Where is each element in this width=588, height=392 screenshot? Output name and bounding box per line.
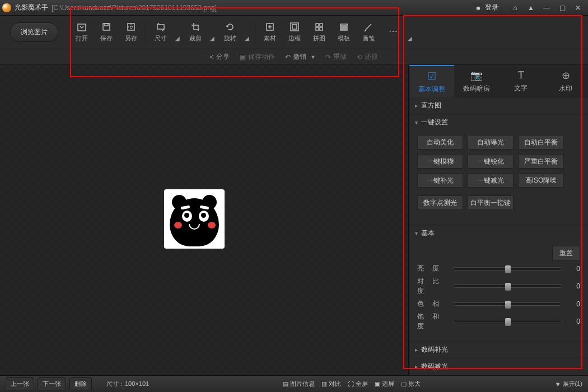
expand-button[interactable]: ▼展开(1): [555, 380, 582, 388]
oneclick-button[interactable]: 严重白平衡: [518, 154, 564, 169]
oneclick-button[interactable]: 一键模糊: [417, 154, 463, 169]
share-button[interactable]: <分享: [210, 52, 230, 62]
tool-brush[interactable]: 画笔: [356, 22, 381, 43]
compare-button[interactable]: ▥对比: [321, 380, 341, 388]
svg-rect-6: [291, 23, 298, 31]
oneclick-button[interactable]: 白平衡一指键: [468, 195, 514, 210]
reset-button[interactable]: 重置: [552, 246, 580, 260]
size-dropdown-icon[interactable]: ◢: [173, 35, 183, 43]
tool-save[interactable]: 保存: [94, 22, 119, 43]
save-action-button[interactable]: ▣保存动作: [240, 52, 275, 62]
undo-button[interactable]: ↶撤销▼: [285, 52, 316, 62]
tool-puzzle[interactable]: 拼图: [307, 22, 332, 43]
oneclick-button[interactable]: 数字点测光: [417, 195, 463, 210]
app-title: 光影魔术手: [15, 3, 48, 12]
tool-size[interactable]: 尺寸: [148, 22, 173, 43]
pin-icon[interactable]: ▲: [523, 2, 539, 14]
slider-knob[interactable]: [505, 301, 511, 309]
image-info-button[interactable]: ▤图片信息: [283, 380, 315, 388]
oneclick-button[interactable]: 自动曝光: [468, 135, 514, 150]
fullscreen-icon: ⛶: [348, 381, 354, 388]
open-icon: [77, 22, 87, 32]
more-dropdown-icon[interactable]: ◢: [405, 35, 416, 43]
slider-track[interactable]: [453, 302, 562, 306]
maximize-icon[interactable]: ▢: [554, 2, 570, 14]
section-basic[interactable]: ▾基本: [409, 225, 588, 241]
tool-more[interactable]: ⋯: [381, 26, 405, 39]
svg-rect-8: [316, 24, 319, 26]
tab-watermark[interactable]: ⊕水印: [543, 65, 588, 97]
tool-border[interactable]: 边框: [282, 22, 307, 43]
delete-button[interactable]: 删除: [69, 377, 92, 390]
svg-rect-13: [340, 27, 347, 28]
slider-track[interactable]: [453, 320, 562, 323]
tab-basic[interactable]: ☑基本调整: [409, 65, 454, 97]
crop-icon: [190, 22, 200, 32]
login-label: 登录: [485, 3, 498, 12]
section-fill[interactable]: ▸数码补光: [409, 342, 588, 358]
svg-rect-1: [103, 24, 110, 30]
slider-label: 饱 和 度: [417, 312, 449, 331]
image-preview: [164, 189, 225, 249]
slider-value: 0: [567, 318, 580, 325]
template-icon: [339, 22, 349, 32]
close-icon[interactable]: ✕: [570, 2, 586, 14]
svg-rect-10: [316, 27, 319, 30]
oneclick-button[interactable]: 自动美化: [417, 135, 463, 150]
slider-knob[interactable]: [505, 283, 511, 291]
restore-button[interactable]: ⟲还原: [357, 52, 378, 62]
secondary-toolbar: <分享 ▣保存动作 ↶撤销▼ ↷重做 ⟲还原: [0, 49, 588, 65]
original-button[interactable]: ▢原大: [401, 380, 421, 388]
tool-material[interactable]: 素材: [258, 22, 282, 43]
slider-row: 亮 度0: [417, 264, 580, 273]
tool-open[interactable]: 打开: [69, 22, 94, 43]
home-icon[interactable]: ⌂: [507, 2, 523, 14]
tool-template[interactable]: 模板: [332, 22, 356, 43]
info-icon: ▤: [283, 380, 288, 388]
slider-row: 对 比 度0: [417, 277, 580, 296]
oneclick-button[interactable]: 一键锐化: [468, 154, 514, 169]
save-icon: [101, 22, 111, 32]
svg-rect-11: [320, 27, 323, 30]
slider-track[interactable]: [453, 267, 562, 270]
fit-button[interactable]: ▣适屏: [375, 380, 394, 388]
redo-button[interactable]: ↷重做: [325, 52, 347, 62]
slider-value: 0: [567, 282, 580, 290]
oneclick-button[interactable]: 自动白平衡: [518, 135, 564, 150]
tool-crop[interactable]: 裁剪: [183, 22, 208, 43]
darkroom-icon: 📷: [470, 69, 483, 82]
slider-value: 0: [567, 300, 580, 308]
login-button[interactable]: ☻ 登录: [470, 2, 502, 13]
oneclick-button[interactable]: 一键减光: [468, 173, 514, 188]
puzzle-icon: [314, 22, 324, 32]
main-toolbar: 浏览图片 打开 保存 另存 尺寸 ◢ 裁剪 ◢ 旋转 ◢ 素材 边框 拼图 模板…: [0, 16, 588, 49]
crop-dropdown-icon[interactable]: ◢: [208, 35, 218, 43]
oneclick-button[interactable]: 一键补光: [417, 173, 463, 188]
size-info: 尺寸：100×101: [106, 380, 149, 388]
slider-knob[interactable]: [505, 265, 511, 273]
face-icon: ☻: [474, 3, 483, 12]
file-path: [C:\Users\kunduozz\Pictures\201752610111…: [52, 4, 217, 12]
slider-track[interactable]: [453, 284, 562, 288]
canvas[interactable]: [0, 65, 409, 375]
slider-value: 0: [567, 265, 580, 273]
section-reduce[interactable]: ▸数码减光: [409, 358, 588, 375]
tab-darkroom[interactable]: 📷数码暗房: [454, 65, 499, 97]
tab-text[interactable]: T文字: [499, 65, 544, 97]
undo-dropdown-icon[interactable]: ▼: [311, 54, 316, 60]
next-button[interactable]: 下一张: [38, 377, 66, 390]
tool-saveas[interactable]: 另存: [119, 22, 143, 43]
tool-rotate[interactable]: 旋转: [218, 22, 242, 43]
minimize-icon[interactable]: —: [539, 2, 554, 14]
slider-label: 对 比 度: [417, 277, 449, 296]
prev-button[interactable]: 上一张: [6, 377, 34, 390]
oneclick-button[interactable]: 高ISO降噪: [518, 173, 564, 188]
fullscreen-button[interactable]: ⛶全屏: [348, 380, 368, 388]
rotate-dropdown-icon[interactable]: ◢: [242, 35, 253, 43]
browse-button[interactable]: 浏览图片: [10, 22, 58, 42]
section-oneclick[interactable]: ▾一键设置: [409, 114, 588, 130]
compare-icon: ▥: [321, 380, 327, 388]
fit-icon: ▣: [375, 380, 380, 388]
section-histogram[interactable]: ▸直方图: [409, 97, 588, 114]
slider-knob[interactable]: [505, 318, 511, 326]
